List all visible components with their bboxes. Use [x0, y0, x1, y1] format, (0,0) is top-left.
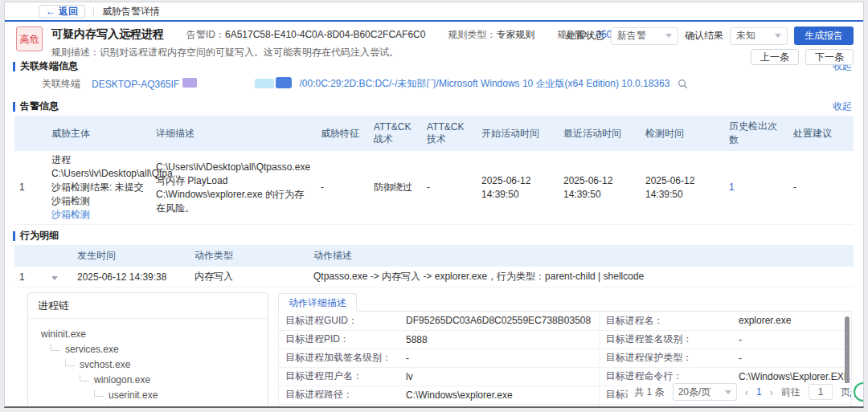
- header-controls: 处置状态 新告警 确认结果 未知 生成报告 上一条 下一条: [566, 27, 854, 65]
- alert-section-header: 告警信息 收起: [5, 96, 863, 116]
- back-arrow-icon: ←: [46, 6, 55, 16]
- terminal-hostname[interactable]: DESKTOP-AQ365IF: [92, 78, 197, 90]
- tree-connector: [80, 374, 89, 381]
- alert-table-header-row: 威胁主体详细描述威胁特征 ATT&CK战术ATT&CK技术开始活动时间 最近活动…: [14, 116, 854, 151]
- alert-section-title: 告警信息: [20, 100, 59, 113]
- tree-node[interactable]: wininit.exe: [33, 327, 263, 342]
- severity-badge: 高危: [16, 27, 43, 51]
- threat-feature-cell: -: [316, 151, 369, 225]
- alert-table: 威胁主体详细描述威胁特征 ATT&CK战术ATT&CK技术开始活动时间 最近活动…: [14, 116, 854, 225]
- detail-tab-bar: 动作详细描述: [278, 292, 852, 312]
- tree-connector: [108, 405, 118, 408]
- behavior-table-header-row: 发生时间动作类型动作描述: [14, 245, 854, 267]
- alert-table-row: 1 进程 C:\Users\lv\Desktop\all\Qtpa... 沙箱检…: [14, 151, 854, 225]
- behavior-table: 发生时间动作类型动作描述 1 2025-06-12 14:39:38 内存写入 …: [14, 245, 854, 288]
- goto-label: 前往: [781, 385, 800, 399]
- last-time-cell: 2025-06-12 14:39:50: [559, 151, 641, 225]
- detail-row: 目标进程GUID：DF95265DC03A6D8C02559EC738B0350…: [279, 312, 851, 330]
- redaction-block: [276, 77, 292, 88]
- tree-node[interactable]: svchost.exe: [33, 357, 263, 373]
- chevron-down-icon: [665, 34, 672, 38]
- tree-node[interactable]: services.exe: [33, 342, 263, 357]
- terminal-section-title: 关联终端信息: [20, 59, 78, 73]
- terminal-path[interactable]: /00:0C:29:2D:BC:DC/-/未知部门/Microsoft Wind…: [300, 77, 670, 91]
- detail-row: 目标进程加载签名级别：- 目标进程保护类型：-: [279, 349, 851, 367]
- action-type-cell: 内存写入: [190, 267, 309, 288]
- pagination-bar: 共 1 条 20条/页 ‹ 1 › 前往 页: [628, 383, 850, 401]
- redaction-block: [255, 79, 274, 88]
- behavior-table-row: 1 2025-06-12 14:39:38 内存写入 Qtpasso.exe -…: [14, 267, 854, 288]
- detail-row: 目标进程PID：5888 目标进程签名级别：-: [279, 330, 851, 349]
- next-item-button[interactable]: 下一条: [805, 49, 854, 65]
- history-count-link[interactable]: 1: [724, 151, 788, 225]
- detail-row: 目标进程大小：4.40 MB: [279, 404, 851, 408]
- tree-node[interactable]: explorer.exe: [33, 403, 263, 408]
- detail-desc-cell: C:\Users\lv\Desktop\all\Qtpasso.exe 写内存 …: [151, 151, 316, 225]
- detect-time-cell: 2025-06-12 14:39:50: [641, 151, 724, 225]
- start-time-cell: 2025-06-12 14:39:50: [477, 151, 559, 225]
- current-page[interactable]: 1: [756, 386, 762, 398]
- tree-connector: [65, 359, 75, 366]
- row-index: 1: [14, 267, 47, 288]
- next-page-icon[interactable]: ›: [770, 386, 773, 398]
- process-chain-tree: wininit.exe services.exe svchost.exe win…: [28, 319, 268, 408]
- occur-time-cell: 2025-06-12 14:39:38: [72, 267, 190, 288]
- tree-connector: [94, 390, 104, 397]
- tab-action-detail[interactable]: 动作详细描述: [278, 293, 357, 312]
- rule-type: 规则类型：专家规则: [448, 28, 534, 42]
- page-size-select[interactable]: 20条/页: [673, 383, 737, 401]
- section-marker: [13, 102, 15, 112]
- page-title: 威胁告警详情: [102, 5, 160, 18]
- back-button[interactable]: ← 返回: [39, 5, 85, 18]
- chevron-down-icon: [725, 390, 731, 394]
- dispose-status-select[interactable]: 新告警: [611, 27, 678, 45]
- prev-page-icon[interactable]: ‹: [745, 386, 748, 398]
- page-suffix: 页: [841, 385, 850, 399]
- prev-item-button[interactable]: 上一条: [751, 49, 799, 65]
- topbar: ← 返回 威胁告警详情: [5, 2, 863, 20]
- goto-page-input[interactable]: [809, 384, 833, 400]
- attck-technique-cell: -: [422, 151, 477, 225]
- search-icon[interactable]: [678, 79, 688, 89]
- attck-tactic-cell: 防御绕过: [369, 151, 422, 225]
- confirm-result-select[interactable]: 未知: [730, 27, 788, 45]
- generate-report-button[interactable]: 生成报告: [794, 27, 854, 45]
- action-desc-cell: Qtpasso.exe -> 内存写入 -> explorer.exe，行为类型…: [309, 267, 854, 288]
- row-expand-chevron-icon[interactable]: [51, 276, 58, 280]
- alert-title: 可疑内存写入远程进程: [51, 27, 164, 42]
- tree-node[interactable]: winlogon.exe: [33, 373, 263, 388]
- process-chain-title: 进程链: [28, 293, 268, 319]
- back-label: 返回: [59, 5, 78, 18]
- behavior-section-title: 行为明细: [20, 229, 59, 243]
- section-marker: [13, 231, 15, 241]
- terminal-label: 关联终端: [42, 77, 80, 91]
- behavior-section-header: 行为明细: [5, 225, 863, 245]
- sandbox-detect-link[interactable]: 沙箱检测: [51, 208, 146, 222]
- chevron-down-icon: [775, 34, 781, 38]
- dispose-status-label: 处置状态: [566, 29, 604, 43]
- alert-collapse-link[interactable]: 收起: [833, 100, 852, 113]
- rule-description: 规则描述：识别对远程进程内存空间的可疑写入。这可能表明存在代码注入尝试。: [51, 46, 628, 59]
- suggestion-cell: -: [788, 151, 854, 225]
- threat-alert-detail-window: ← 返回 威胁告警详情 高危 可疑内存写入远程进程 告警ID：6A517C58-…: [4, 2, 864, 408]
- alert-id: 告警ID：6A517C58-E410-4C0A-8D04-B60C2FCAF6C…: [186, 28, 425, 42]
- tree-node[interactable]: userinit.exe: [33, 388, 263, 403]
- tree-connector: [51, 344, 60, 351]
- topbar-divider: [93, 6, 94, 16]
- redaction-block: [182, 78, 197, 88]
- confirm-result-label: 确认结果: [685, 29, 723, 43]
- total-count: 共 1 条: [634, 385, 664, 399]
- alert-header: 高危 可疑内存写入远程进程 告警ID：6A517C58-E410-4C0A-8D…: [5, 20, 863, 55]
- process-chain-card: 进程链 wininit.exe services.exe svchost.exe…: [27, 292, 268, 408]
- terminal-row: 关联终端 DESKTOP-AQ365IF /00:0C:29:2D:BC:DC/…: [5, 75, 863, 96]
- os-redactions: [255, 77, 292, 91]
- section-marker: [13, 62, 15, 71]
- row-index: 1: [14, 151, 47, 225]
- threat-subject-cell: 进程 C:\Users\lv\Desktop\all\Qtpa... 沙箱检测结…: [47, 151, 151, 225]
